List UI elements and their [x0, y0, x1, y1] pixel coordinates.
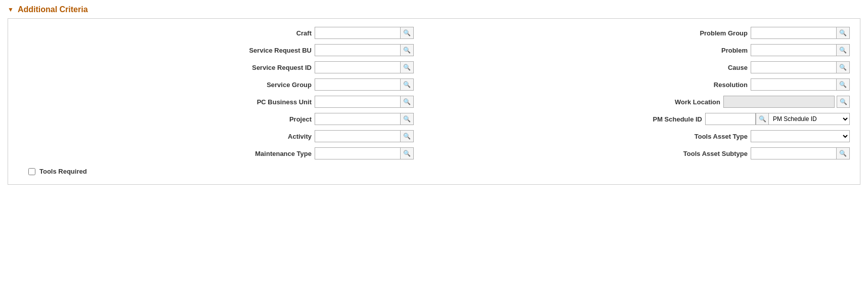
field-row-tools-asset-subtype: Tools Asset Subtype 🔍: [454, 146, 850, 160]
pm-schedule-id-select[interactable]: PM Schedule ID: [769, 113, 850, 125]
input-cause[interactable]: [751, 61, 837, 73]
label-pc-business-unit: PC Business Unit: [246, 98, 312, 106]
input-tools-asset-subtype[interactable]: [751, 147, 837, 159]
search-btn-service-request-id[interactable]: 🔍: [401, 61, 414, 73]
input-wrap-service-group: 🔍: [315, 78, 414, 91]
search-btn-work-location[interactable]: 🔍: [837, 96, 850, 108]
input-wrap-service-request-id: 🔍: [315, 61, 414, 73]
field-row-service-group: Service Group 🔍: [18, 77, 414, 92]
field-row-service-request-bu: Service Request BU 🔍: [18, 43, 414, 57]
field-row-project: Project 🔍: [18, 112, 414, 126]
field-row-problem: Problem 🔍: [454, 43, 850, 57]
label-maintenance-type: Maintenance Type: [246, 150, 312, 157]
section-title: Additional Criteria: [18, 5, 88, 14]
input-resolution[interactable]: [751, 78, 837, 91]
input-wrap-service-request-bu: 🔍: [315, 44, 414, 56]
label-service-request-bu: Service Request BU: [246, 47, 312, 54]
input-project[interactable]: [315, 113, 401, 125]
search-btn-maintenance-type[interactable]: 🔍: [401, 147, 414, 159]
field-row-pc-business-unit: PC Business Unit 🔍: [18, 95, 414, 109]
search-btn-tools-asset-subtype[interactable]: 🔍: [837, 147, 850, 159]
tools-required-row: Tools Required: [18, 168, 87, 175]
left-column: Craft 🔍 Service Request BU 🔍 Service Req…: [18, 26, 434, 175]
input-wrap-tools-asset-type: [751, 130, 850, 142]
input-work-location: [723, 96, 835, 108]
input-problem-group[interactable]: [751, 27, 837, 39]
label-service-group: Service Group: [246, 81, 312, 89]
search-btn-pm-schedule-id[interactable]: 🔍: [756, 113, 769, 125]
field-row-craft: Craft 🔍: [18, 26, 414, 40]
field-row-pm-schedule-id: PM Schedule ID 🔍 PM Schedule ID: [454, 112, 850, 126]
tools-required-section: Tools Required: [18, 164, 414, 175]
field-row-maintenance-type: Maintenance Type 🔍: [18, 146, 414, 160]
search-btn-problem-group[interactable]: 🔍: [837, 27, 850, 39]
input-wrap-problem-group: 🔍: [751, 27, 850, 39]
input-service-request-bu[interactable]: [315, 44, 401, 56]
input-maintenance-type[interactable]: [315, 147, 401, 159]
label-cause: Cause: [682, 64, 748, 71]
input-service-group[interactable]: [315, 78, 401, 91]
search-btn-service-group[interactable]: 🔍: [401, 78, 414, 91]
field-row-tools-asset-type: Tools Asset Type: [454, 129, 850, 143]
label-craft: Craft: [246, 29, 312, 37]
field-row-problem-group: Problem Group 🔍: [454, 26, 850, 40]
label-project: Project: [246, 115, 312, 123]
search-btn-activity[interactable]: 🔍: [401, 130, 414, 142]
input-wrap-project: 🔍: [315, 113, 414, 125]
label-tools-asset-subtype: Tools Asset Subtype: [682, 150, 748, 157]
input-wrap-work-location: 🔍: [723, 96, 850, 108]
input-wrap-problem: 🔍: [751, 44, 850, 56]
pm-schedule-wrap: 🔍 PM Schedule ID: [705, 113, 850, 125]
search-btn-problem[interactable]: 🔍: [837, 44, 850, 56]
label-service-request-id: Service Request ID: [246, 64, 312, 71]
search-btn-craft[interactable]: 🔍: [401, 27, 414, 39]
field-row-service-request-id: Service Request ID 🔍: [18, 60, 414, 74]
input-wrap-maintenance-type: 🔍: [315, 147, 414, 159]
field-row-resolution: Resolution 🔍: [454, 77, 850, 92]
field-row-activity: Activity 🔍: [18, 129, 414, 143]
collapse-icon: ▼: [8, 6, 14, 13]
field-row-cause: Cause 🔍: [454, 60, 850, 74]
page-wrapper: ▼ Additional Criteria Craft 🔍 Service Re…: [0, 0, 868, 190]
input-craft[interactable]: [315, 27, 401, 39]
input-wrap-activity: 🔍: [315, 130, 414, 142]
tools-required-label: Tools Required: [39, 168, 87, 175]
input-service-request-id[interactable]: [315, 61, 401, 73]
section-header[interactable]: ▼ Additional Criteria: [8, 5, 860, 14]
label-pm-schedule-id: PM Schedule ID: [636, 115, 702, 123]
label-problem-group: Problem Group: [682, 29, 748, 37]
input-activity[interactable]: [315, 130, 401, 142]
label-tools-asset-type: Tools Asset Type: [682, 133, 748, 140]
search-btn-resolution[interactable]: 🔍: [837, 78, 850, 91]
label-resolution: Resolution: [682, 81, 748, 89]
label-activity: Activity: [246, 133, 312, 140]
label-problem: Problem: [682, 47, 748, 54]
tools-asset-type-select[interactable]: [751, 130, 850, 142]
input-wrap-resolution: 🔍: [751, 78, 850, 91]
label-work-location: Work Location: [655, 98, 720, 106]
fields-grid: Craft 🔍 Service Request BU 🔍 Service Req…: [18, 26, 850, 175]
section-body: Craft 🔍 Service Request BU 🔍 Service Req…: [8, 18, 860, 185]
tools-required-checkbox[interactable]: [28, 168, 35, 175]
input-pc-business-unit[interactable]: [315, 96, 401, 108]
search-btn-pc-business-unit[interactable]: 🔍: [401, 96, 414, 108]
input-wrap-cause: 🔍: [751, 61, 850, 73]
input-wrap-tools-asset-subtype: 🔍: [751, 147, 850, 159]
search-btn-project[interactable]: 🔍: [401, 113, 414, 125]
field-row-work-location: Work Location 🔍: [454, 95, 850, 109]
input-wrap-craft: 🔍: [315, 27, 414, 39]
right-column: Problem Group 🔍 Problem 🔍 Cause: [434, 26, 850, 175]
input-wrap-pc-business-unit: 🔍: [315, 96, 414, 108]
search-btn-cause[interactable]: 🔍: [837, 61, 850, 73]
input-pm-schedule-id[interactable]: [705, 113, 756, 125]
input-problem[interactable]: [751, 44, 837, 56]
search-btn-service-request-bu[interactable]: 🔍: [401, 44, 414, 56]
